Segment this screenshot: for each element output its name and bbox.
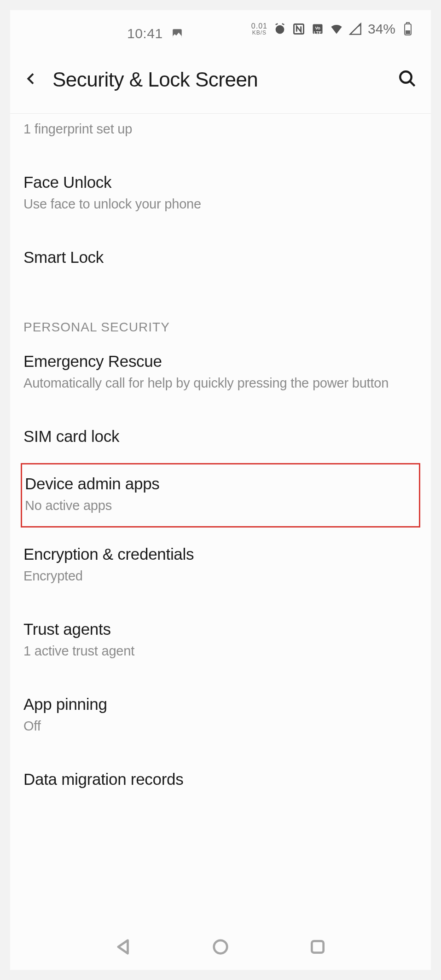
status-bar: 10:41 0.01 KB/S VoLTE x 34% bbox=[10, 10, 431, 42]
setting-subtitle: Use face to unlock your phone bbox=[23, 195, 418, 213]
alarm-icon bbox=[273, 23, 286, 35]
setting-subtitle: Off bbox=[23, 717, 418, 735]
system-nav-bar bbox=[10, 926, 431, 970]
nav-back-icon[interactable] bbox=[115, 938, 132, 957]
svg-rect-14 bbox=[312, 941, 324, 952]
setting-app-pinning[interactable]: App pinning Off bbox=[22, 678, 419, 753]
network-speed: 0.01 KB/S bbox=[251, 23, 267, 35]
battery-percentage: 34% bbox=[368, 21, 395, 37]
setting-title: App pinning bbox=[23, 695, 418, 713]
page-title: Security & Lock Screen bbox=[52, 68, 384, 91]
volte-icon: VoLTE bbox=[311, 23, 324, 35]
setting-face-unlock[interactable]: Face Unlock Use face to unlock your phon… bbox=[22, 156, 419, 231]
setting-title: Emergency Rescue bbox=[23, 352, 418, 371]
svg-rect-9 bbox=[406, 30, 410, 34]
status-time: 10:41 bbox=[127, 26, 163, 41]
setting-title: Trust agents bbox=[23, 620, 418, 638]
nfc-icon bbox=[292, 23, 305, 35]
nav-recent-icon[interactable] bbox=[309, 938, 326, 957]
svg-point-13 bbox=[214, 940, 227, 954]
svg-point-1 bbox=[276, 25, 284, 34]
battery-icon bbox=[401, 23, 414, 35]
svg-marker-12 bbox=[118, 940, 128, 954]
app-header: Security & Lock Screen bbox=[10, 42, 431, 114]
setting-title: Device admin apps bbox=[25, 475, 416, 493]
svg-text:x: x bbox=[359, 23, 361, 28]
setting-encryption-credentials[interactable]: Encryption & credentials Encrypted bbox=[22, 528, 419, 603]
back-icon[interactable] bbox=[24, 71, 39, 88]
setting-device-admin-apps[interactable]: Device admin apps No active apps bbox=[21, 463, 420, 527]
setting-title: Smart Lock bbox=[23, 248, 418, 267]
setting-emergency-rescue[interactable]: Emergency Rescue Automatically call for … bbox=[22, 335, 419, 410]
wifi-icon bbox=[330, 23, 343, 35]
setting-subtitle: 1 active trust agent bbox=[23, 642, 418, 660]
setting-trust-agents[interactable]: Trust agents 1 active trust agent bbox=[22, 603, 419, 678]
setting-fingerprint[interactable]: 1 fingerprint set up bbox=[22, 114, 419, 156]
settings-list: 1 fingerprint set up Face Unlock Use fac… bbox=[10, 114, 431, 806]
setting-subtitle: 1 fingerprint set up bbox=[23, 120, 418, 138]
search-icon[interactable] bbox=[398, 69, 417, 90]
svg-point-10 bbox=[400, 71, 412, 83]
setting-subtitle: Automatically call for help by quickly p… bbox=[23, 374, 418, 392]
setting-data-migration-records[interactable]: Data migration records bbox=[22, 753, 419, 806]
section-header-personal-security: PERSONAL SECURITY bbox=[22, 284, 419, 335]
signal-icon: x bbox=[349, 23, 362, 35]
setting-sim-card-lock[interactable]: SIM card lock bbox=[22, 410, 419, 463]
setting-title: Data migration records bbox=[23, 770, 418, 789]
setting-title: Face Unlock bbox=[23, 173, 418, 191]
svg-text:LTE: LTE bbox=[313, 30, 321, 35]
nav-home-icon[interactable] bbox=[212, 938, 229, 957]
setting-title: Encryption & credentials bbox=[23, 545, 418, 563]
svg-rect-8 bbox=[406, 23, 409, 24]
setting-subtitle: No active apps bbox=[25, 497, 416, 515]
setting-smart-lock[interactable]: Smart Lock bbox=[22, 231, 419, 284]
setting-title: SIM card lock bbox=[23, 427, 418, 446]
setting-subtitle: Encrypted bbox=[23, 567, 418, 585]
svg-line-11 bbox=[410, 81, 415, 86]
